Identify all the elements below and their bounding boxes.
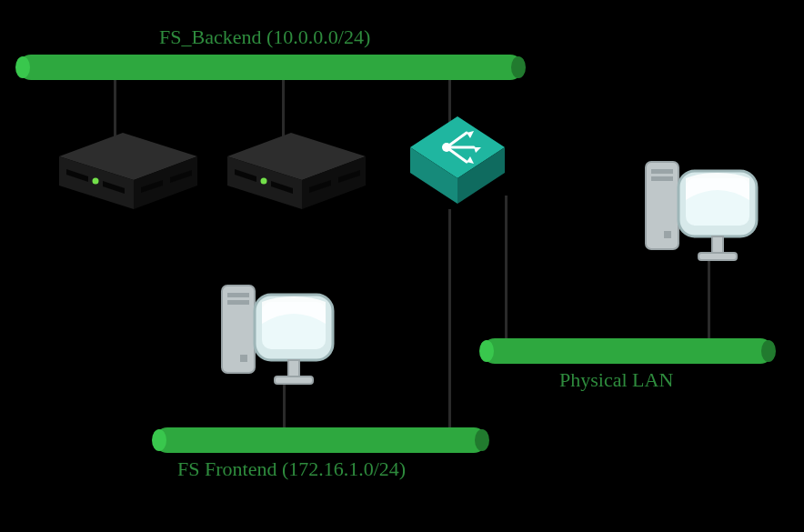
lan-label: Physical LAN xyxy=(559,368,673,392)
frontend-network xyxy=(155,427,487,453)
svg-rect-23 xyxy=(222,286,255,373)
svg-point-5 xyxy=(93,178,99,185)
svg-rect-25 xyxy=(227,300,249,305)
workstation-lan-icon xyxy=(628,146,773,273)
switch-node-icon xyxy=(403,111,512,220)
server-node-1 xyxy=(50,129,196,216)
frontend-label: FS Frontend (172.16.1.0/24) xyxy=(177,457,406,481)
svg-point-13 xyxy=(261,178,267,185)
svg-rect-32 xyxy=(651,169,673,174)
wire-switch-frontend xyxy=(448,209,451,427)
workstation-frontend-icon xyxy=(204,269,349,396)
svg-rect-26 xyxy=(240,355,247,362)
svg-rect-31 xyxy=(646,162,678,249)
lan-network xyxy=(482,338,773,364)
svg-rect-24 xyxy=(227,293,249,297)
svg-rect-30 xyxy=(275,376,313,384)
backend-network xyxy=(18,55,523,80)
svg-rect-38 xyxy=(698,253,737,260)
svg-rect-29 xyxy=(288,360,299,376)
svg-rect-34 xyxy=(664,231,671,238)
server-node-2 xyxy=(218,129,364,216)
backend-label: FS_Backend (10.0.0.0/24) xyxy=(159,25,370,49)
network-topology-diagram: FS_Backend (10.0.0.0/24) Physical LAN FS… xyxy=(0,0,804,532)
svg-rect-33 xyxy=(651,176,673,181)
svg-rect-37 xyxy=(712,236,723,253)
